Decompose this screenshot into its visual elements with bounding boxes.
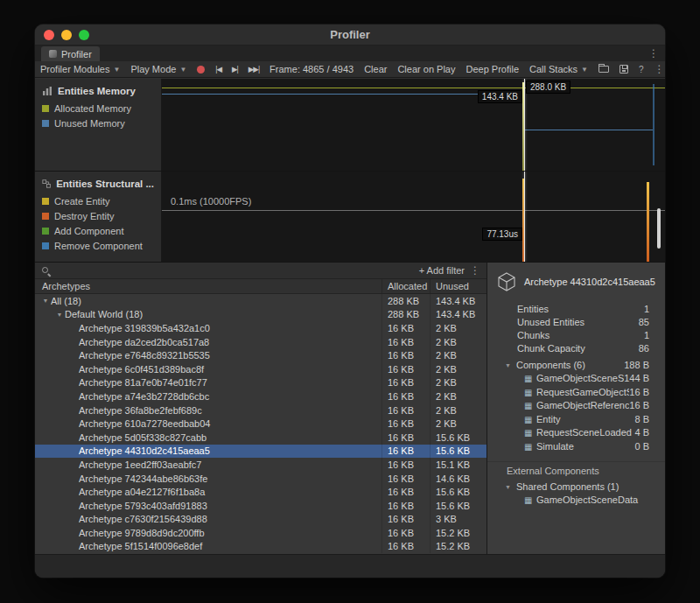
selected-frame-playhead[interactable] [524,172,525,262]
allocated-value: 16 KB [382,403,430,417]
open-folder-icon [598,66,609,73]
legend-swatch [42,242,49,249]
table-row[interactable]: ▼ Default World (18) 288 KB 143.4 KB [35,308,486,322]
previous-frame-button[interactable]: |◀ [210,61,227,77]
table-row[interactable]: Archetype 5d05f338c827cabb 16 KB 15.6 KB [35,431,486,445]
clear-button[interactable]: Clear [359,61,392,77]
memory-allocated-value-tag: 288.0 KB [526,81,570,94]
table-row[interactable]: Archetype 44310d2c415aeaa5 16 KB 15.6 KB [35,445,486,459]
components-group-row[interactable]: ▼ Components (6) 188 B [487,358,665,372]
table-row[interactable]: Archetype 610a7278eedbab04 16 KB 2 KB [35,417,486,431]
expander-icon[interactable]: ▼ [505,362,516,368]
next-frame-button[interactable]: ▶| [227,61,243,77]
table-row[interactable]: Archetype 9789d8d9dc200ffb 16 KB 15.2 KB [35,526,486,540]
allocated-value: 16 KB [382,499,430,513]
legend-label: Add Component [54,226,124,236]
component-row[interactable]: ▦ RequestSceneLoaded 4 B [487,426,665,440]
help-icon: ? [639,65,644,74]
table-row[interactable]: Archetype 5f1514f0096e8def 16 KB 15.2 KB [35,540,486,554]
column-header-archetypes[interactable]: Archetypes [35,279,382,293]
table-row[interactable]: Archetype 36fa8be2febf689c 16 KB 2 KB [35,403,486,417]
legend-item[interactable]: Remove Component [42,241,154,251]
component-icon: ▦ [524,387,536,399]
unused-value: 2 KB [430,417,486,431]
details-properties: Entities 1 Unused Entities 85 Chunks 1 C… [487,303,665,355]
entities-structural-icon [42,179,51,189]
module-header[interactable]: Entities Memory [42,86,154,96]
table-row[interactable]: Archetype e7648c89321b5535 16 KB 2 KB [35,348,486,362]
shared-components-group-row[interactable]: ▼ Shared Components (1) [487,480,665,494]
help-button[interactable]: ? [634,61,649,77]
table-row[interactable]: Archetype 5793c403afd91883 16 KB 15.6 KB [35,499,486,513]
previous-frame-icon: |◀ [215,65,221,74]
column-header-allocated[interactable]: Allocated [382,279,430,293]
clear-on-play-toggle[interactable]: Clear on Play [392,61,460,77]
shared-component-row[interactable]: ▦ GameObjectSceneData [487,494,665,508]
table-row[interactable]: Archetype 742344abe86b63fe 16 KB 14.6 KB [35,472,486,486]
external-components-section: External Components [487,461,665,477]
structural-legend: Create Entity Destroy Entity Add Compone… [42,196,154,251]
deep-profile-toggle[interactable]: Deep Profile [460,61,524,77]
details-title: Archetype 44310d2c415aeaa5 [524,277,655,287]
table-row[interactable]: Archetype da2ced2b0ca517a8 16 KB 2 KB [35,335,486,349]
component-row[interactable]: ▦ Simulate 0 B [487,440,665,454]
archetype-label: Archetype 5f1514f0096e8def [79,541,382,551]
table-row[interactable]: Archetype c7630f2156439d88 16 KB 3 KB [35,513,486,527]
entities-structural-module: Entities Structural ... Create Entity De… [35,172,665,263]
legend-item[interactable]: Allocated Memory [42,103,154,114]
tab-profiler[interactable]: Profiler [41,46,100,61]
legend-swatch [42,228,49,235]
memory-unused-line [162,94,524,95]
component-row[interactable]: ▦ RequestGameObjectSceneLo... 16 B [487,386,665,400]
archetype-label: Archetype 610a7278eedbab04 [79,418,382,429]
table-row[interactable]: Archetype a74e3b2728db6cbc 16 KB 2 KB [35,389,486,403]
module-header[interactable]: Entities Structural ... [42,179,154,189]
table-row[interactable]: ▼ All (18) 288 KB 143.4 KB [35,294,486,308]
chart-scrollbar-thumb[interactable] [657,208,661,249]
component-row[interactable]: ▦ GameObjectReference 16 B [487,399,665,413]
selected-frame-playhead[interactable] [524,79,525,171]
unused-value: 2 KB [430,321,486,335]
profiler-modules-dropdown[interactable]: Profiler Modules ▼ [35,61,125,77]
entities-structural-sidebar: Entities Structural ... Create Entity De… [35,172,162,262]
call-stacks-dropdown[interactable]: Call Stacks ▼ [524,61,593,77]
table-row[interactable]: Archetype 81a7e0b74e01fc77 16 KB 2 KB [35,376,486,390]
add-filter-button[interactable]: + Add filter [419,265,465,276]
filter-menu-icon[interactable]: ⋮ [470,264,480,277]
record-button[interactable] [192,61,210,77]
table-row[interactable]: Archetype 6c0f451d389bac8f 16 KB 2 KB [35,362,486,376]
expander-icon[interactable]: ▼ [40,298,51,304]
legend-item[interactable]: Create Entity [42,196,154,207]
entities-structural-chart[interactable]: 0.1ms (10000FPS) 77.13us [162,172,665,262]
allocated-value: 16 KB [382,335,430,349]
component-label: Simulate [536,441,634,453]
table-row[interactable]: Archetype 1eed2ff03aeabfc7 16 KB 15.1 KB [35,458,486,472]
memory-allocated-line [162,88,665,88]
archetype-label: Archetype 81a7e0b74e01fc77 [79,377,382,388]
entities-memory-chart[interactable]: 143.4 KB 288.0 KB [162,79,665,171]
expander-icon[interactable]: ▼ [54,312,65,318]
column-header-unused[interactable]: Unused [430,279,486,293]
table-row[interactable]: Archetype a04e2127f6f1ba8a 16 KB 15.6 KB [35,485,486,499]
legend-item[interactable]: Destroy Entity [42,211,154,221]
toolbar-menu-button[interactable]: ⋮ [649,61,665,77]
expander-icon[interactable]: ▼ [505,484,516,490]
table-header: Archetypes Allocated Unused [35,279,486,294]
play-mode-dropdown[interactable]: Play Mode ▼ [125,61,192,77]
legend-item[interactable]: Unused Memory [42,118,154,129]
titlebar[interactable]: Profiler [35,25,665,46]
allocated-value: 288 KB [382,294,430,308]
search-input[interactable] [56,263,414,278]
component-row[interactable]: ▦ GameObjectSceneSubScene 144 B [487,372,665,386]
unused-value: 15.2 KB [430,526,486,540]
legend-item[interactable]: Add Component [42,226,154,236]
component-row[interactable]: ▦ Entity 8 B [487,413,665,427]
save-profile-button[interactable] [614,61,634,77]
load-profile-button[interactable] [593,61,614,77]
property-row: Unused Entities 85 [487,316,665,329]
tab-menu-kebab-icon[interactable]: ⋮ [642,47,665,60]
unused-value: 15.2 KB [430,540,486,554]
property-value: 85 [639,317,649,328]
table-row[interactable]: Archetype 319839b5a432a1c0 16 KB 2 KB [35,321,486,335]
current-frame-button[interactable]: ▶▶| [243,61,264,77]
